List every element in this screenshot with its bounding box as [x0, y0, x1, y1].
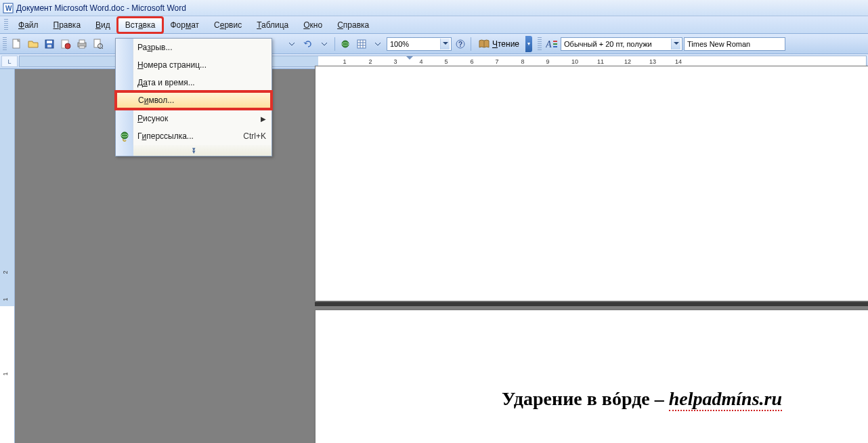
save-icon[interactable] — [42, 37, 57, 51]
svg-rect-9 — [79, 40, 85, 43]
ruler-number: 2 — [368, 58, 372, 65]
toolbar-grip[interactable] — [3, 37, 7, 51]
style-formatting-icon[interactable]: A — [544, 37, 559, 51]
ruler-number: 9 — [546, 58, 549, 65]
vruler-num: 1 — [2, 372, 9, 375]
insert-menu-item[interactable]: Номера страниц... — [116, 56, 272, 74]
ruler-number: 14 — [675, 58, 682, 65]
zoom-combo[interactable]: 100% — [387, 37, 452, 51]
svg-rect-11 — [94, 39, 100, 47]
style-combo[interactable]: Обычный + 20 пт, полужи — [561, 37, 682, 51]
ruler-number: 4 — [419, 58, 422, 65]
ruler-number: 3 — [393, 58, 397, 65]
menu-таблица[interactable]: Таблица — [249, 18, 296, 33]
toolbar-separator — [334, 37, 335, 51]
menu-bar: ФайлПравкаВидВставкаФорматСервисТаблицаО… — [0, 16, 868, 34]
text-part1: Ударение в вóрде – — [502, 388, 669, 409]
document-text-line[interactable]: Ударение в вóрде – helpadmíns.ru — [502, 388, 782, 410]
svg-text:W: W — [5, 5, 12, 12]
toolbar-overflow-button[interactable] — [525, 36, 532, 52]
first-line-indent-marker[interactable] — [406, 56, 413, 63]
toolbar-separator — [471, 37, 471, 51]
word-app-icon: W — [3, 3, 14, 14]
vruler-active: 1 — [0, 306, 14, 443]
svg-rect-10 — [79, 46, 85, 48]
ruler-number: 7 — [495, 58, 498, 65]
permissions-icon[interactable] — [58, 37, 73, 51]
print-preview-icon[interactable] — [91, 37, 106, 51]
menu-справка[interactable]: Справка — [330, 18, 376, 33]
svg-point-28 — [121, 132, 128, 139]
vruler-inactive: 2 1 — [0, 69, 14, 306]
font-combo[interactable]: Times New Roman — [684, 37, 785, 51]
ruler-number: 1 — [343, 58, 346, 65]
svg-rect-25 — [553, 41, 557, 42]
help-icon[interactable]: ? — [453, 37, 468, 51]
page-separator — [315, 302, 868, 306]
menu-файл[interactable]: Файл — [11, 18, 46, 33]
redo-icon[interactable] — [301, 37, 316, 51]
insert-menu-item[interactable]: Разрыв... — [116, 39, 272, 56]
menu-правка[interactable]: Правка — [46, 18, 89, 33]
globe-link-icon — [118, 130, 131, 142]
svg-text:?: ? — [458, 41, 462, 48]
svg-rect-26 — [553, 43, 557, 45]
menu-shortcut: Ctrl+K — [243, 131, 266, 141]
menu-сервис[interactable]: Сервис — [207, 18, 249, 33]
vruler-num: 1 — [2, 297, 9, 301]
menu-вид[interactable]: Вид — [88, 18, 118, 33]
reading-mode-button[interactable]: Чтение — [474, 37, 524, 51]
ruler-number: 5 — [444, 58, 448, 65]
ruler-number: 11 — [597, 58, 604, 65]
ruler-number: 6 — [470, 58, 473, 65]
window-title: Документ Microsoft Word.doc - Microsoft … — [16, 3, 186, 13]
menu-вставка[interactable]: Вставка — [118, 18, 163, 33]
font-value: Times New Roman — [687, 40, 750, 48]
zoom-dropdown-icon[interactable] — [440, 39, 450, 49]
ruler-number: 13 — [649, 58, 656, 65]
submenu-arrow-icon: ▶ — [261, 115, 266, 123]
reading-label: Чтение — [492, 39, 519, 49]
insert-menu-item[interactable]: Гиперссылка...Ctrl+K — [116, 127, 272, 145]
ruler-number: 12 — [624, 58, 631, 65]
dropdown-expand-chevron[interactable]: ▾▾ — [116, 145, 272, 156]
svg-text:A: A — [546, 39, 552, 49]
ruler-number: 8 — [521, 58, 524, 65]
insert-menu-item[interactable]: Символ... — [116, 91, 272, 109]
page-2[interactable]: Ударение в вóрде – helpadmíns.ru — [315, 310, 868, 443]
vertical-ruler[interactable]: 2 1 1 — [0, 69, 15, 443]
svg-rect-27 — [553, 46, 557, 47]
svg-rect-4 — [47, 41, 52, 43]
ruler-corner[interactable]: L — [1, 56, 18, 67]
undo-dropdown-icon[interactable] — [284, 37, 299, 51]
insert-menu-dropdown: Разрыв...Номера страниц...Дата и время..… — [115, 38, 272, 156]
svg-rect-5 — [47, 45, 51, 47]
style-dropdown-icon[interactable] — [671, 39, 680, 49]
svg-point-7 — [65, 43, 70, 49]
new-doc-icon[interactable] — [9, 37, 24, 51]
menubar-grip[interactable] — [4, 19, 8, 31]
svg-rect-16 — [357, 40, 366, 48]
toolbar-grip[interactable] — [538, 37, 542, 51]
text-part2-site: helpadmíns.ru — [669, 388, 782, 411]
zoom-value: 100% — [390, 40, 409, 48]
svg-line-13 — [102, 47, 103, 49]
ruler-number: 10 — [571, 58, 578, 65]
title-bar: W Документ Microsoft Word.doc - Microsof… — [0, 0, 868, 16]
vruler-num: 2 — [2, 270, 9, 274]
insert-menu-item[interactable]: Дата и время... — [116, 74, 272, 91]
style-value: Обычный + 20 пт, полужи — [564, 40, 652, 48]
open-icon[interactable] — [26, 37, 41, 51]
print-icon[interactable] — [74, 37, 89, 51]
tables-dropdown-icon[interactable] — [370, 37, 385, 51]
menu-формат[interactable]: Формат — [162, 18, 207, 33]
tables-icon[interactable] — [354, 37, 369, 51]
page-1[interactable] — [315, 66, 868, 301]
insert-menu-item[interactable]: Рисунок▶ — [116, 110, 272, 127]
open-book-icon — [479, 39, 490, 49]
redo-dropdown-icon[interactable] — [317, 37, 332, 51]
svg-point-14 — [342, 41, 349, 47]
menu-окно[interactable]: Окно — [296, 18, 330, 33]
hyperlink-icon[interactable] — [338, 37, 353, 51]
